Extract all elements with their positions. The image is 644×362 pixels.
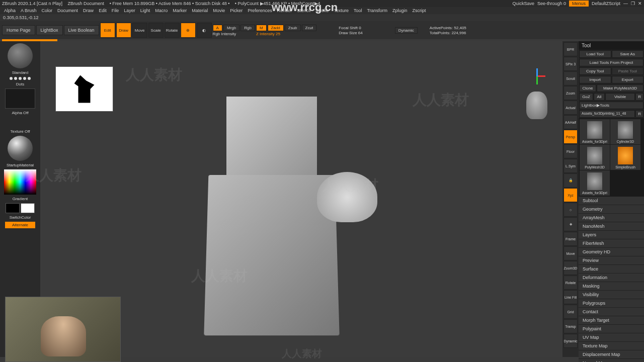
clone-button[interactable]: Clone [579, 84, 596, 92]
rtool-17[interactable]: Line Fill [564, 290, 578, 304]
rtool-14[interactable]: Move [564, 246, 578, 260]
rotate-mode-button[interactable]: Rotate [165, 23, 180, 38]
focal-shift-slider[interactable]: Focal Shift 0 [339, 26, 363, 30]
color-picker[interactable] [4, 169, 36, 195]
section-deformation[interactable]: Deformation [579, 274, 644, 282]
rtool-0[interactable]: BPR [564, 42, 578, 56]
section-uv-map[interactable]: UV Map [579, 333, 644, 342]
rtool-1[interactable]: SPix 3 [564, 57, 578, 71]
rtool-12[interactable]: ◈ [564, 217, 578, 231]
sculpt-mesh[interactable] [206, 97, 362, 333]
stroke-icon[interactable] [10, 77, 31, 80]
section-surface[interactable]: Surface [579, 265, 644, 274]
axis-gizmo[interactable] [527, 66, 547, 86]
edit-mode-button[interactable]: Edit [100, 23, 115, 38]
section-polygroups[interactable]: Polygroups [579, 299, 644, 308]
zadd-button[interactable]: Zadd [268, 25, 284, 31]
thumb-Assets_for3Dpri[interactable]: Assets_for3Dpri [580, 170, 610, 196]
material-sphere[interactable] [8, 136, 33, 161]
thumb-Assets_for3Dpri[interactable]: Assets_for3Dpri [580, 119, 610, 144]
rtool-10[interactable]: Xyz [564, 188, 578, 202]
menu-zscript[interactable]: Zscript [411, 8, 428, 13]
head-reference-icon[interactable] [526, 92, 547, 119]
alpha-thumbnail[interactable] [5, 88, 35, 109]
menu-color[interactable]: Color [40, 8, 55, 13]
section-geometry[interactable]: Geometry [579, 205, 644, 214]
make-polymesh-button[interactable]: Make PolyMesh3D [597, 84, 643, 92]
menu-transform[interactable]: Transform [365, 8, 389, 13]
export-button[interactable]: Export [612, 76, 644, 83]
menu-alpha[interactable]: Alpha [2, 8, 18, 13]
load-tool-button[interactable]: Load Tool [579, 50, 611, 58]
section-geometry-hd[interactable]: Geometry HD [579, 248, 644, 256]
goz-button[interactable]: GoZ [579, 93, 593, 101]
close-icon[interactable]: ✕ [638, 1, 642, 6]
rtool-9[interactable]: 🔒 [564, 173, 578, 188]
section-subtool[interactable]: Subtool [579, 197, 644, 205]
current-r-button[interactable]: R [635, 110, 643, 118]
scale-mode-button[interactable]: Scale [148, 23, 164, 38]
section-visibility[interactable]: Visibility [579, 291, 644, 299]
dynamic-button[interactable]: Dynamic [395, 27, 418, 34]
zsub-button[interactable]: Zsub [285, 25, 301, 31]
thumb-SimpleBrush[interactable]: SimpleBrush [610, 145, 640, 170]
switch-color-label[interactable]: SwitchColor [10, 215, 31, 220]
move-mode-button[interactable]: Move [132, 23, 147, 38]
menus-toggle[interactable]: Menus [569, 1, 589, 7]
section-fibermesh[interactable]: FiberMesh [579, 239, 644, 248]
menu-macro[interactable]: Macro [153, 8, 170, 13]
swatch-black[interactable] [6, 203, 20, 213]
menu-layer[interactable]: Layer [122, 8, 137, 13]
current-tool-name[interactable]: Assets_for3Dprinting_11_48 [579, 110, 635, 118]
goz-all-button[interactable]: All [594, 93, 605, 101]
rtool-19[interactable]: Transp [564, 319, 578, 333]
section-morph-target[interactable]: Morph Target [579, 316, 644, 325]
live-boolean-button[interactable]: Live Boolean [64, 25, 99, 35]
alternate-button[interactable]: Alternate [5, 222, 35, 228]
mrgb-button[interactable]: Mrgb [223, 25, 239, 31]
maximize-icon[interactable]: ❐ [631, 1, 635, 6]
paste-tool-button[interactable]: Paste Tool [612, 67, 644, 75]
menu-draw[interactable]: Draw [81, 8, 96, 13]
rtool-16[interactable]: Rotate [564, 276, 578, 290]
gizmo-button[interactable]: ⊕ [181, 23, 196, 38]
section-nanomesh[interactable]: NanoMesh [579, 222, 644, 231]
section-arraymesh[interactable]: ArrayMesh [579, 214, 644, 222]
draw-mode-button[interactable]: Draw [116, 23, 131, 38]
menu-edit[interactable]: Edit [97, 8, 109, 13]
menu-abrush[interactable]: A Brush [19, 8, 39, 13]
minimize-icon[interactable]: — [623, 1, 628, 6]
menu-preferences[interactable]: Preferences [246, 8, 274, 13]
menu-render[interactable]: Render [275, 8, 294, 13]
menu-light[interactable]: Light [138, 8, 152, 13]
menu-tool[interactable]: Tool [352, 8, 364, 13]
brush-icon[interactable] [8, 43, 33, 68]
rtool-8[interactable]: L.Sym [564, 159, 578, 173]
section-contact[interactable]: Contact [579, 308, 644, 316]
rtool-2[interactable]: Scroll [564, 71, 578, 85]
rtool-15[interactable]: Zoom3D [564, 261, 578, 275]
rtool-4[interactable]: Actual [564, 101, 578, 115]
rtool-20[interactable]: Dynamic [564, 334, 578, 348]
menu-zplugin[interactable]: Zplugin [390, 8, 410, 13]
rtool-13[interactable]: Frame [564, 232, 578, 246]
save-as-button[interactable]: Save As [612, 50, 644, 58]
menu-document[interactable]: Document [55, 8, 80, 13]
import-button[interactable]: Import [579, 76, 611, 83]
lightbox-tools-button[interactable]: Lightbox▶Tools [579, 102, 643, 109]
m-toggle[interactable]: M [256, 25, 267, 31]
a-toggle[interactable]: A [213, 25, 222, 31]
lightbox-button[interactable]: LightBox [36, 25, 63, 35]
default-zscript[interactable]: DefaultZScript [592, 1, 620, 6]
draw-size-slider[interactable]: Draw Size 64 [339, 31, 363, 35]
section-displacement-map[interactable]: Displacement Map [579, 350, 644, 359]
thumb-Cylinder3D[interactable]: Cylinder3D [610, 119, 640, 144]
menu-material[interactable]: Material [190, 8, 210, 13]
section-masking[interactable]: Masking [579, 282, 644, 291]
section-normal-map[interactable]: Normal Map [579, 359, 644, 362]
section-preview[interactable]: Preview [579, 256, 644, 265]
menu-texture[interactable]: Texture [332, 8, 351, 13]
copy-tool-button[interactable]: Copy Tool [579, 67, 611, 75]
rtool-7[interactable]: Floor [564, 144, 578, 158]
swatch-white[interactable] [21, 203, 35, 213]
